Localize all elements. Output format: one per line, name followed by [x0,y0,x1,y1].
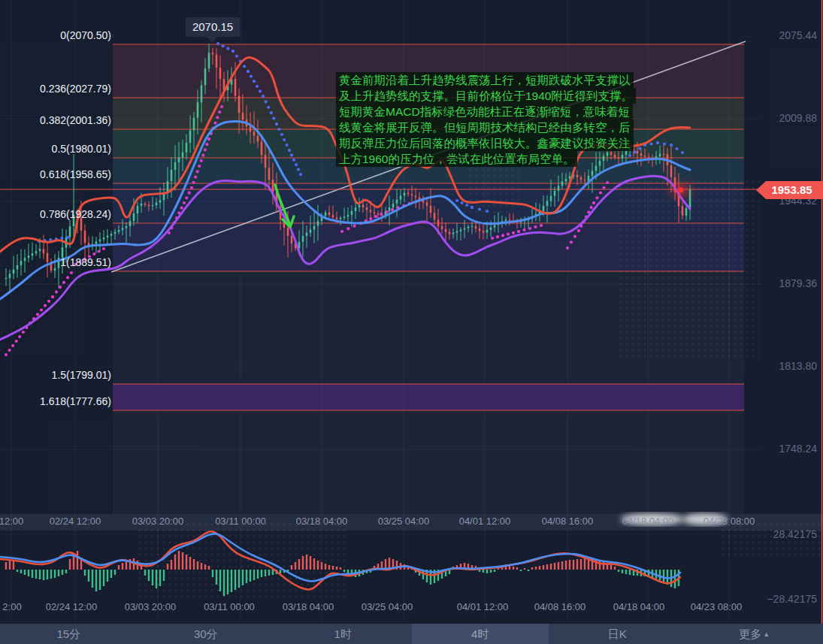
analysis-note-line: 期反弹压力位后回落的概率依旧较大。鑫豪建议投资关注 [336,135,634,151]
tab-label: 15分 [56,627,80,640]
peak-callout-value: 2070.15 [192,20,233,33]
chevron-up-icon: ▲ [763,630,770,638]
tab-15分[interactable]: 15分 [0,624,138,644]
tab-1时[interactable]: 1时 [274,624,412,644]
tab-label: 4时 [471,627,489,640]
tab-30分[interactable]: 30分 [138,624,275,644]
analysis-note: 黄金前期沿着上升趋势线震荡上行，短期跌破水平支撑以及上升趋势线的支撑。目前价格位… [336,72,636,167]
tab-日K[interactable]: 日K [549,624,686,644]
last-price-tag: 1953.85 [756,181,823,199]
tab-label: 更多 [739,627,761,640]
tab-label: 30分 [194,627,218,640]
tab-更多[interactable]: 更多▲ [686,624,823,644]
analysis-note-line: 短期黄金MACD指标绿色动能柱正在逐渐缩短，意味着短 [336,104,633,119]
analysis-note-line: 及上升趋势线的支撑。目前价格位于1940附近得到支撑。 [336,88,636,104]
chart-root: 0(2070.50)0.236(2027.79)0.382(2001.36)0.… [0,0,823,644]
tab-label: 日K [608,627,627,640]
callout-pointer-icon [207,37,217,43]
tab-4时[interactable]: 4时 [412,624,549,644]
analysis-note-line: 上方1960的压力位，尝试在此位置布局空单。 [336,151,577,167]
white-smudge [621,513,728,525]
peak-callout: 2070.15 [186,17,240,37]
last-price-glow [666,180,696,200]
tab-label: 1时 [334,627,352,640]
analysis-note-line: 线黄金将展开反弹。但短周期技术结构已经由多转空，后 [336,119,634,135]
timeframe-tabbar: 15分30分1时4时日K更多▲ [0,624,823,644]
analysis-note-line: 黄金前期沿着上升趋势线震荡上行，短期跌破水平支撑以 [336,72,634,88]
